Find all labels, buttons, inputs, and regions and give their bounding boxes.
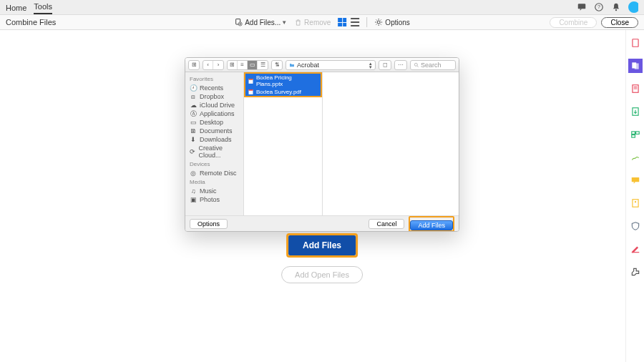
- rail-comment-icon[interactable]: [628, 173, 643, 187]
- sidebar-item-icloud[interactable]: ☁iCloud Drive: [185, 101, 243, 109]
- svg-rect-14: [635, 132, 639, 134]
- apps-icon: Ⓐ: [190, 110, 197, 117]
- toolbar-right: Combine Close: [550, 17, 638, 28]
- svg-point-3: [615, 9, 617, 11]
- sidebar-group-media: Media: [185, 177, 243, 187]
- file-row[interactable]: Bodea Pricing Plans.pptx: [245, 74, 321, 88]
- remove-button: Remove: [294, 19, 331, 26]
- sidebar-item-music[interactable]: ♫Music: [185, 187, 243, 195]
- sidebar-item-photos[interactable]: ▣Photos: [185, 195, 243, 204]
- rail-export-icon[interactable]: [628, 104, 643, 119]
- disc-icon: ◎: [190, 170, 197, 177]
- photos-icon: ▣: [190, 196, 197, 203]
- file-name: Bodea Pricing Plans.pptx: [256, 74, 318, 87]
- preview-column: [323, 72, 459, 215]
- file-name: Bodea Survey.pdf: [256, 89, 301, 95]
- sidebar-item-recents[interactable]: 🕘Recents: [185, 84, 243, 92]
- sidebar-item-creativecloud[interactable]: ⟳Creative Cloud...: [185, 144, 243, 160]
- sidebar-item-dropbox[interactable]: ⧈Dropbox: [185, 92, 243, 101]
- nav-back-forward[interactable]: ⊞: [188, 60, 200, 70]
- sort-segment[interactable]: ⇅: [271, 60, 283, 70]
- top-nav-right: ?: [577, 2, 638, 12]
- list-view-icon[interactable]: [351, 18, 359, 26]
- sidebar-item-applications[interactable]: ⒶApplications: [185, 109, 243, 118]
- search-icon: [414, 62, 419, 68]
- bell-icon[interactable]: [611, 2, 621, 12]
- location-popup[interactable]: Acrobat ▴▾: [286, 60, 376, 70]
- profile-avatar[interactable]: [628, 2, 638, 12]
- sidebar-group-favorites: Favorites: [185, 74, 243, 84]
- dropbox-icon: ⧈: [190, 93, 197, 100]
- nav-home[interactable]: Home: [6, 4, 26, 14]
- sidebar-label: iCloud Drive: [200, 102, 235, 109]
- sidebar-label: Desktop: [200, 119, 223, 126]
- downloads-icon: ⬇: [190, 136, 197, 143]
- file-picker-dialog: ⊞ ‹› ⊞≡▭☰ ⇅ Acrobat ▴▾ ◻ ⋯ Search Favori…: [185, 57, 459, 232]
- rail-combine-icon[interactable]: [628, 59, 643, 73]
- sidebar-item-downloads[interactable]: ⬇Downloads: [185, 135, 243, 144]
- music-icon: ♫: [190, 187, 197, 195]
- chat-icon[interactable]: [577, 2, 587, 12]
- rail-stamp-icon[interactable]: [628, 196, 643, 210]
- location-label: Acrobat: [297, 62, 319, 69]
- nav-arrows[interactable]: ‹›: [203, 60, 224, 70]
- sidebar-label: Documents: [200, 127, 233, 134]
- svg-rect-10: [634, 64, 638, 69]
- sidebar-item-documents[interactable]: 🗎Documents: [185, 127, 243, 135]
- add-files-icon: [234, 18, 243, 26]
- top-nav-left: Home Tools: [6, 0, 52, 14]
- rail-signature-icon[interactable]: [628, 150, 643, 165]
- sidebar-item-remotedisc[interactable]: ◎Remote Disc: [185, 169, 243, 177]
- rail-redact-icon[interactable]: [628, 242, 643, 256]
- toolbar-center: Add Files... ▼ Remove Options: [234, 17, 410, 27]
- action-button[interactable]: ⋯: [394, 60, 407, 70]
- options-button[interactable]: Options: [374, 18, 409, 26]
- clock-icon: 🕘: [190, 84, 197, 92]
- svg-point-4: [628, 1, 638, 13]
- file-picker-body: Favorites 🕘Recents ⧈Dropbox ☁iCloud Driv…: [185, 72, 459, 215]
- rail-more-tools-icon[interactable]: [628, 265, 643, 279]
- rail-edit-icon[interactable]: [628, 82, 643, 96]
- toolbar-title: Combine Files: [6, 18, 56, 26]
- close-button[interactable]: Close: [601, 17, 638, 28]
- pdf-file-icon: [248, 89, 254, 95]
- search-placeholder: Search: [421, 62, 441, 69]
- pptx-file-icon: [248, 78, 254, 84]
- svg-rect-17: [632, 200, 638, 207]
- top-nav: Home Tools ?: [0, 0, 644, 14]
- svg-rect-22: [249, 79, 253, 80]
- tag-button[interactable]: ◻: [379, 60, 391, 70]
- cancel-button[interactable]: Cancel: [369, 219, 404, 229]
- search-input[interactable]: Search: [410, 60, 456, 70]
- sidebar-item-desktop[interactable]: ▭Desktop: [185, 118, 243, 127]
- add-files-dropdown[interactable]: Add Files... ▼: [234, 18, 287, 26]
- add-open-files-button[interactable]: Add Open Files: [281, 266, 363, 283]
- nav-tools[interactable]: Tools: [34, 2, 52, 14]
- add-files-highlight: Add Files: [409, 216, 454, 232]
- rail-protect-icon[interactable]: [628, 219, 643, 233]
- help-icon[interactable]: ?: [594, 2, 604, 12]
- add-files-big-button[interactable]: Add Files: [288, 235, 356, 255]
- trash-icon: [294, 19, 302, 26]
- grid-view-icon[interactable]: [338, 18, 346, 26]
- file-row[interactable]: Bodea Survey.pdf: [245, 88, 321, 96]
- sidebar-label: Dropbox: [200, 93, 224, 100]
- svg-rect-8: [632, 39, 638, 47]
- center-buttons: Add Files Add Open Files: [281, 233, 363, 283]
- toolbar-divider: [366, 17, 367, 27]
- folder-icon: [289, 62, 295, 68]
- sidebar-label: Recents: [200, 84, 223, 92]
- rail-organize-icon[interactable]: [628, 127, 643, 142]
- creativecloud-icon: ⟳: [190, 148, 195, 155]
- documents-icon: 🗎: [190, 127, 197, 134]
- rail-create-pdf-icon[interactable]: [628, 36, 643, 50]
- finder-options-button[interactable]: Options: [190, 219, 228, 229]
- file-picker-footer: Options Cancel Add Files: [185, 215, 459, 231]
- combine-button: Combine: [550, 17, 597, 28]
- sidebar-label: Remote Disc: [200, 170, 237, 177]
- view-mode-segment[interactable]: ⊞≡▭☰: [227, 60, 268, 70]
- add-files-big-highlight: Add Files: [286, 233, 358, 258]
- finder-add-files-button[interactable]: Add Files: [410, 220, 453, 230]
- svg-rect-0: [578, 4, 586, 9]
- right-rail: [625, 30, 644, 362]
